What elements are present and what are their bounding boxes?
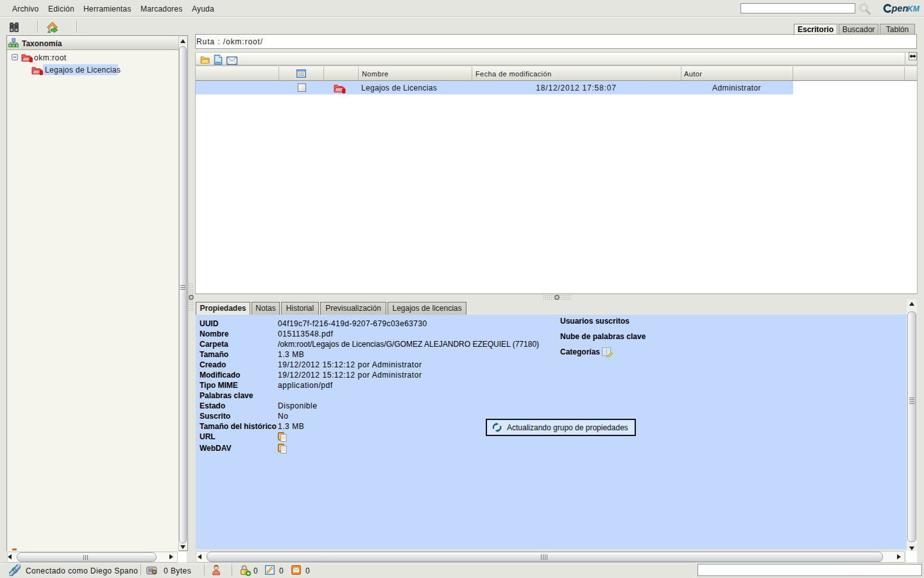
svg-text:pen: pen [891, 3, 909, 13]
svg-text:KM: KM [907, 4, 920, 13]
